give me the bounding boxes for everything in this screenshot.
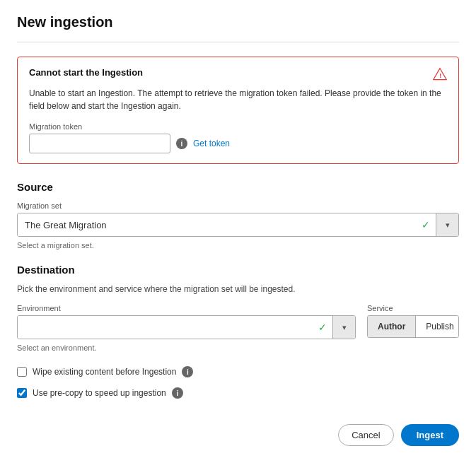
publish-service-btn[interactable]: Publish <box>415 316 459 337</box>
migration-set-input[interactable] <box>18 213 416 236</box>
divider <box>17 42 459 42</box>
destination-section-title: Destination <box>17 264 459 276</box>
wipe-info-icon: i <box>182 366 193 377</box>
precopy-label: Use pre-copy to speed up ingestion <box>33 388 166 398</box>
error-box: Cannot start the Ingestion ! Unable to s… <box>17 57 459 164</box>
environment-dropdown-btn[interactable]: ▾ <box>332 316 355 339</box>
author-service-btn[interactable]: Author <box>368 316 415 337</box>
error-message: Unable to start an Ingestion. The attemp… <box>29 87 447 112</box>
precopy-checkbox[interactable] <box>17 388 27 398</box>
env-service-row: Environment ✓ ▾ Service Author Publish <box>17 304 459 339</box>
source-section-title: Source <box>17 181 459 193</box>
migration-token-input[interactable] <box>29 134 170 153</box>
environment-label: Environment <box>17 304 356 312</box>
environment-check-icon: ✓ <box>313 322 332 333</box>
error-title: Cannot start the Ingestion <box>29 67 143 78</box>
ingest-button[interactable]: Ingest <box>401 424 459 446</box>
environment-dropdown: ✓ ▾ <box>17 315 356 339</box>
destination-description: Pick the environment and service where t… <box>17 284 459 294</box>
error-header: Cannot start the Ingestion ! <box>29 67 447 81</box>
warning-icon: ! <box>433 67 447 81</box>
wipe-checkbox[interactable] <box>17 367 27 377</box>
environment-col: Environment ✓ ▾ <box>17 304 356 339</box>
migration-set-check-icon: ✓ <box>416 219 436 230</box>
service-toggle: Author Publish <box>367 315 459 338</box>
page-title: New ingestion <box>17 14 459 30</box>
wipe-checkbox-row: Wipe existing content before Ingestion i <box>17 366 459 377</box>
destination-section: Destination Pick the environment and ser… <box>17 264 459 352</box>
action-row: Cancel Ingest <box>17 416 459 446</box>
migration-set-dropdown: ✓ ▾ <box>17 213 459 237</box>
svg-text:!: ! <box>439 72 441 79</box>
migration-set-label: Migration set <box>17 201 459 210</box>
cancel-button[interactable]: Cancel <box>338 424 393 446</box>
source-section: Source Migration set ✓ ▾ Select a migrat… <box>17 181 459 250</box>
migration-token-label: Migration token <box>29 122 447 131</box>
service-label: Service <box>367 304 459 312</box>
environment-input[interactable] <box>18 316 313 339</box>
migration-set-dropdown-btn[interactable]: ▾ <box>436 213 458 236</box>
wipe-label: Wipe existing content before Ingestion <box>33 367 176 377</box>
options-section: Wipe existing content before Ingestion i… <box>17 366 459 399</box>
environment-hint: Select an environment. <box>17 344 459 352</box>
get-token-link[interactable]: Get token <box>193 139 230 148</box>
precopy-info-icon: i <box>172 387 183 399</box>
precopy-checkbox-row: Use pre-copy to speed up ingestion i <box>17 387 459 399</box>
migration-set-hint: Select a migration set. <box>17 241 459 250</box>
token-info-icon: i <box>176 138 187 149</box>
service-col: Service Author Publish <box>367 304 459 338</box>
token-row: i Get token <box>29 134 447 153</box>
